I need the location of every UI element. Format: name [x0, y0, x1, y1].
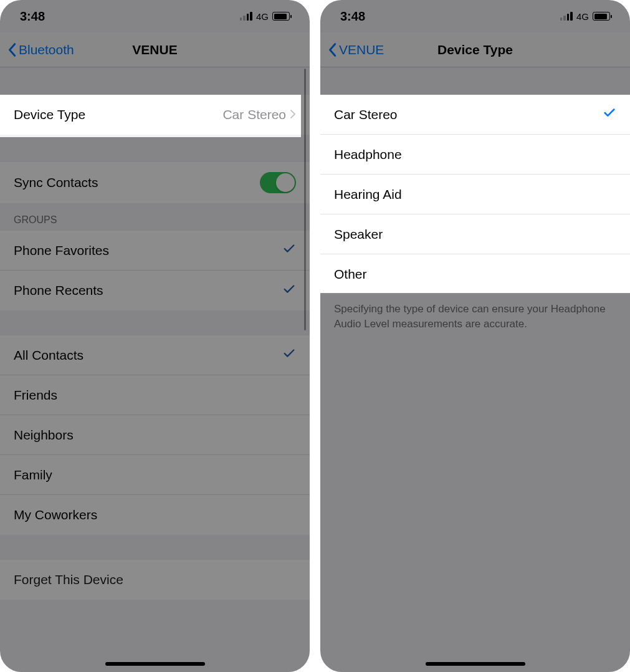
group-label: Family: [14, 468, 52, 482]
group-label: Phone Recents: [14, 283, 103, 298]
group-label: Friends: [14, 388, 57, 403]
panel-device-type: 3:48 4G VENUE Device Type Car Stereo: [320, 0, 630, 672]
device-type-row[interactable]: Device Type Car Stereo: [0, 95, 310, 135]
battery-icon: [593, 12, 610, 21]
group-friends[interactable]: Friends: [0, 375, 310, 415]
group-family[interactable]: Family: [0, 455, 310, 495]
sync-contacts-label: Sync Contacts: [14, 175, 98, 190]
sync-contacts-toggle[interactable]: [260, 172, 296, 193]
signal-icon: [240, 12, 252, 21]
option-label: Headphone: [334, 147, 402, 162]
option-speaker[interactable]: Speaker: [320, 214, 630, 254]
group-label: Neighbors: [14, 428, 74, 443]
group-neighbors[interactable]: Neighbors: [0, 415, 310, 455]
group-all-contacts[interactable]: All Contacts: [0, 335, 310, 375]
status-time: 3:48: [340, 9, 365, 24]
sync-contacts-row[interactable]: Sync Contacts: [0, 162, 310, 203]
section-groups1: Phone Favorites Phone Recents: [0, 231, 310, 310]
check-icon: [282, 282, 296, 299]
device-type-label: Device Type: [14, 107, 85, 122]
back-button[interactable]: Bluetooth: [0, 42, 74, 57]
home-indicator[interactable]: [426, 662, 525, 666]
check-icon: [282, 347, 296, 363]
back-label: VENUE: [339, 42, 384, 57]
panel-venue: 3:48 4G Bluetooth VENUE Device Type Car …: [0, 0, 310, 672]
option-label: Car Stereo: [334, 107, 398, 122]
check-icon: [603, 106, 616, 123]
group-my-coworkers[interactable]: My Coworkers: [0, 495, 310, 535]
network-label: 4G: [576, 11, 589, 22]
network-label: 4G: [256, 11, 269, 22]
section-groups2: All Contacts Friends Neighbors Family My…: [0, 335, 310, 535]
option-other[interactable]: Other: [320, 254, 630, 294]
nav-bar: Bluetooth VENUE: [0, 32, 310, 67]
back-button[interactable]: VENUE: [320, 42, 384, 57]
section-sync: Sync Contacts: [0, 162, 310, 203]
scroll-indicator: [304, 69, 306, 330]
option-headphone[interactable]: Headphone: [320, 135, 630, 175]
group-label: My Coworkers: [14, 507, 97, 522]
group-label: All Contacts: [14, 348, 84, 363]
section-device-type: Device Type Car Stereo: [0, 95, 310, 135]
option-label: Speaker: [334, 227, 383, 242]
option-hearing-aid[interactable]: Hearing Aid: [320, 175, 630, 214]
status-right: 4G: [240, 11, 290, 22]
status-bar: 3:48 4G: [0, 0, 310, 32]
signal-icon: [560, 12, 573, 21]
check-icon: [282, 242, 296, 259]
status-bar: 3:48 4G: [320, 0, 630, 32]
footer-text: Specifying the type of device can ensure…: [320, 294, 630, 337]
group-label: Phone Favorites: [14, 243, 109, 258]
device-type-value: Car Stereo: [222, 107, 286, 122]
chevron-left-icon: [7, 42, 16, 57]
option-label: Other: [334, 267, 367, 282]
status-right: 4G: [560, 11, 610, 22]
option-car-stereo[interactable]: Car Stereo: [320, 95, 630, 135]
status-time: 3:48: [20, 9, 45, 24]
forget-device-row[interactable]: Forget This Device: [0, 560, 310, 600]
option-label: Hearing Aid: [334, 187, 402, 202]
section-forget: Forget This Device: [0, 560, 310, 600]
chevron-left-icon: [328, 42, 336, 57]
forget-device-label: Forget This Device: [14, 572, 123, 587]
section-options: Car Stereo Headphone Hearing Aid Speaker…: [320, 95, 630, 294]
group-phone-favorites[interactable]: Phone Favorites: [0, 231, 310, 271]
chevron-right-icon: [290, 107, 296, 122]
group-phone-recents[interactable]: Phone Recents: [0, 271, 310, 310]
groups-header: GROUPS: [0, 203, 310, 231]
battery-icon: [272, 12, 290, 21]
nav-bar: VENUE Device Type: [320, 32, 630, 67]
back-label: Bluetooth: [19, 42, 74, 57]
home-indicator[interactable]: [105, 662, 205, 666]
